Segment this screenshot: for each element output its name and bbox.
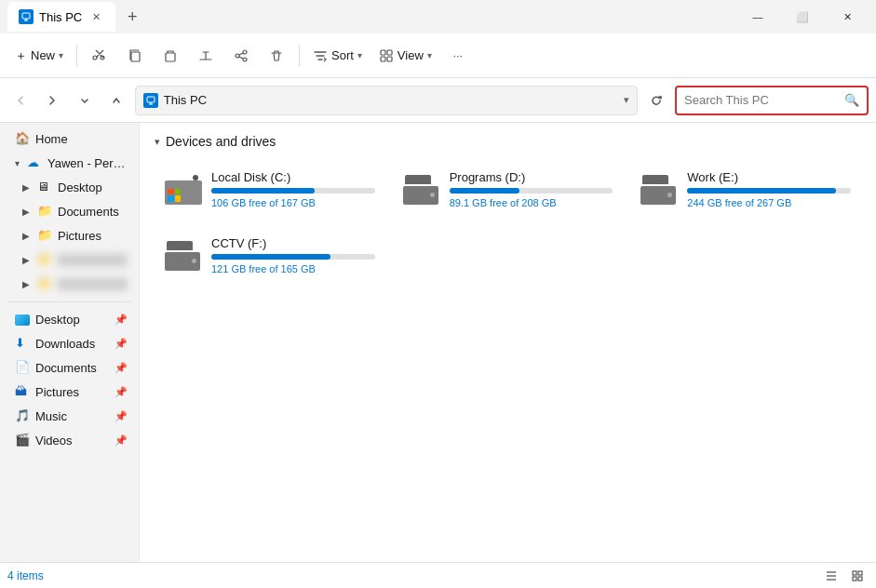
sidebar-separator-1 — [7, 301, 131, 302]
sidebar-item-qa-documents[interactable]: 📄 Documents 📌 — [4, 355, 135, 380]
view-chevron-icon: ▾ — [427, 50, 432, 60]
svg-rect-9 — [387, 50, 392, 55]
tab-this-pc[interactable]: This PC ✕ — [7, 2, 115, 32]
new-icon: ＋ — [15, 47, 27, 64]
copy-icon — [128, 48, 142, 63]
close-button[interactable]: ✕ — [826, 2, 869, 32]
sidebar-item-cloud[interactable]: ▾ ☁ Yawen - Persona... — [4, 151, 135, 175]
sort-chevron-icon: ▾ — [357, 50, 362, 60]
share-button[interactable] — [224, 39, 258, 73]
statusbar-right — [820, 565, 869, 587]
tab-close-button[interactable]: ✕ — [88, 8, 104, 25]
sort-button[interactable]: Sort ▾ — [305, 39, 370, 73]
drive-name-0: Local Disk (C:) — [211, 170, 375, 184]
drive-space-2: 244 GB free of 267 GB — [687, 197, 851, 208]
forward-button[interactable] — [39, 87, 65, 114]
drive-icon-1 — [403, 175, 440, 205]
svg-rect-11 — [387, 57, 392, 61]
drive-card-3[interactable]: CCTV (F:) 121 GB free of 165 GB — [155, 226, 385, 285]
dropdown-button[interactable] — [71, 87, 97, 114]
view-button[interactable]: View ▾ — [371, 39, 439, 73]
tab-pc-icon — [19, 9, 34, 24]
qa-downloads-icon: ⬇ — [15, 336, 30, 351]
drive-info-0: Local Disk (C:) 106 GB free of 167 GB — [211, 170, 375, 208]
sidebar-item-qa-music[interactable]: 🎵 Music 📌 — [4, 404, 135, 428]
qa-music-icon: 🎵 — [15, 408, 30, 423]
paste-icon — [163, 48, 178, 63]
desktop-icon: 🖥 — [37, 180, 52, 194]
sidebar-item-qa-desktop[interactable]: Desktop 📌 — [4, 308, 135, 331]
main-layout: 🏠 Home ▾ ☁ Yawen - Persona... ▶ 🖥 Deskto… — [0, 123, 876, 562]
sidebar-pictures-label: Pictures — [58, 229, 128, 243]
refresh-button[interactable] — [643, 87, 669, 114]
pin-qa-videos-icon: 📌 — [115, 434, 128, 447]
breadcrumb: This PC — [164, 93, 618, 107]
sidebar-item-qa-pictures[interactable]: 🏔 Pictures 📌 — [4, 380, 135, 404]
grid-view-button[interactable] — [846, 565, 869, 587]
sidebar-qa-music-label: Music — [35, 409, 109, 423]
sidebar-item-blurred2[interactable]: ▶ 📁 — [4, 272, 135, 296]
blurred2-expand-icon: ▶ — [22, 279, 30, 289]
address-bar[interactable]: This PC ▾ — [135, 86, 638, 115]
up-button[interactable] — [103, 87, 129, 114]
sidebar-item-qa-videos[interactable]: 🎬 Videos 📌 — [4, 428, 135, 452]
pin-desktop-icon: 📌 — [115, 314, 128, 326]
section-header-drives: ▾ Devices and drives — [155, 134, 861, 149]
cloud-icon: ☁ — [27, 155, 42, 170]
qa-desktop-icon — [15, 314, 30, 326]
minimize-button[interactable]: — — [736, 2, 779, 32]
more-icon: ··· — [452, 48, 463, 62]
paste-button[interactable] — [154, 39, 187, 73]
sidebar-qa-downloads-label: Downloads — [35, 337, 109, 351]
drive-bar-bg-3 — [211, 254, 375, 260]
rename-button[interactable] — [189, 39, 222, 73]
drive-bar-bg-2 — [687, 188, 851, 194]
delete-button[interactable] — [260, 39, 293, 73]
new-label: New — [31, 48, 55, 62]
window-controls: — ⬜ ✕ — [736, 2, 869, 32]
sidebar-item-home[interactable]: 🏠 Home — [4, 127, 135, 151]
sidebar-item-pictures[interactable]: ▶ 📁 Pictures — [4, 223, 135, 247]
documents-icon: 📁 — [37, 204, 52, 219]
maximize-button[interactable]: ⬜ — [781, 2, 824, 32]
drive-bar-fill-2 — [687, 188, 836, 194]
drive-space-0: 106 GB free of 167 GB — [211, 197, 375, 208]
list-view-button[interactable] — [820, 565, 842, 587]
home-icon: 🏠 — [15, 131, 30, 146]
back-button[interactable] — [7, 87, 34, 114]
svg-rect-4 — [166, 53, 175, 61]
search-icon[interactable]: 🔍 — [844, 93, 859, 107]
drive-card-1[interactable]: Programs (D:) 89.1 GB free of 208 GB — [393, 160, 624, 219]
svg-point-5 — [243, 50, 247, 54]
desktop-expand-icon: ▶ — [22, 182, 30, 193]
sidebar-home-label: Home — [35, 132, 128, 146]
drive-space-3: 121 GB free of 165 GB — [211, 263, 375, 274]
search-input[interactable] — [684, 93, 841, 107]
sidebar-item-blurred1[interactable]: ▶ 📁 — [4, 247, 135, 272]
tab-title: This PC — [39, 10, 82, 24]
pictures-icon: 📁 — [37, 228, 52, 243]
drive-card-0[interactable]: Local Disk (C:) 106 GB free of 167 GB — [155, 160, 385, 219]
cut-icon — [92, 48, 107, 63]
copy-button[interactable] — [118, 39, 152, 73]
sidebar-cloud-label: Yawen - Persona... — [47, 156, 128, 170]
cut-button[interactable] — [83, 39, 116, 73]
section-chevron-icon[interactable]: ▾ — [155, 136, 160, 148]
sidebar-item-qa-downloads[interactable]: ⬇ Downloads 📌 — [4, 331, 135, 355]
sidebar-item-documents[interactable]: ▶ 📁 Documents — [4, 199, 135, 223]
more-button[interactable]: ··· — [441, 39, 475, 73]
drive-card-2[interactable]: Work (E:) 244 GB free of 267 GB — [630, 160, 861, 219]
svg-rect-21 — [858, 577, 862, 581]
sidebar-item-desktop[interactable]: ▶ 🖥 Desktop — [4, 175, 135, 199]
drive-info-1: Programs (D:) 89.1 GB free of 208 GB — [450, 170, 613, 208]
new-button[interactable]: ＋ New ▾ — [7, 39, 71, 73]
view-label: View — [398, 48, 424, 62]
search-box[interactable]: 🔍 — [675, 86, 869, 115]
blurred2-icon: 📁 — [37, 276, 52, 291]
drive-bar-fill-0 — [211, 188, 315, 194]
blurred1-expand-icon: ▶ — [22, 255, 30, 265]
new-tab-button[interactable]: + — [119, 4, 145, 30]
svg-rect-0 — [22, 13, 30, 19]
svg-point-7 — [243, 58, 247, 61]
sidebar-qa-pictures-label: Pictures — [35, 385, 109, 399]
